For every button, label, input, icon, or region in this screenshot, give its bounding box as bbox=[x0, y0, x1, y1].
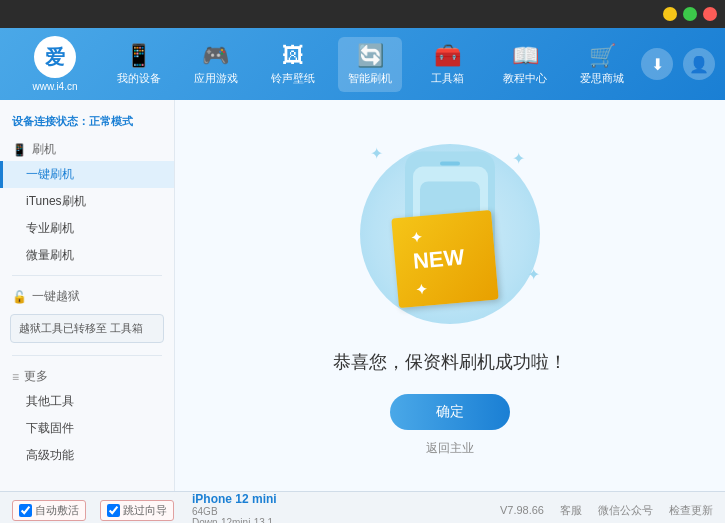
jailbreak-notice-box: 越狱工具已转移至 工具箱 bbox=[10, 314, 164, 343]
auto-activate-checkbox[interactable]: 自动敷活 bbox=[12, 500, 86, 521]
more-section-label: 更多 bbox=[24, 368, 48, 385]
skip-wizard-label: 跳过向导 bbox=[123, 503, 167, 518]
nav-icon-apps: 🎮 bbox=[202, 43, 229, 69]
account-button[interactable]: 👤 bbox=[683, 48, 715, 80]
status-label: 设备连接状态： bbox=[12, 115, 89, 127]
sidebar-item-advanced[interactable]: 高级功能 bbox=[0, 442, 174, 469]
sidebar-item-other-tools[interactable]: 其他工具 bbox=[0, 388, 174, 415]
minimize-button[interactable]: − bbox=[663, 7, 677, 21]
new-badge: NEW bbox=[391, 210, 498, 308]
nav-label-tutorials: 教程中心 bbox=[503, 71, 547, 86]
more-section-header: ≡ 更多 bbox=[0, 362, 174, 388]
sidebar-item-pro-flash[interactable]: 专业刷机 bbox=[0, 215, 174, 242]
nav-item-store[interactable]: 🛒 爱思商城 bbox=[570, 37, 634, 92]
sparkle-icon-1: ✦ bbox=[370, 144, 383, 163]
nav-items: 📱 我的设备 🎮 应用游戏 🖼 铃声壁纸 🔄 智能刷机 🧰 工具箱 📖 教程中心… bbox=[100, 37, 641, 92]
flash-section-label: 刷机 bbox=[32, 141, 56, 158]
sidebar-divider-1 bbox=[12, 275, 162, 276]
check-update-button[interactable]: 检查更新 bbox=[669, 503, 713, 518]
nav-label-store: 爱思商城 bbox=[580, 71, 624, 86]
logo-icon[interactable]: 爱 bbox=[34, 36, 76, 78]
jailbreak-section-header: 🔓 一键越狱 bbox=[0, 282, 174, 308]
maximize-button[interactable]: □ bbox=[683, 7, 697, 21]
sidebar-status: 设备连接状态：正常模式 bbox=[0, 108, 174, 135]
device-info: iPhone 12 mini 64GB Down-12mini-13,1 bbox=[192, 492, 277, 523]
logo-text: 爱 bbox=[45, 44, 65, 71]
bottombar-top-row: 自动敷活 跳过向导 iPhone 12 mini 64GB Down-12min… bbox=[0, 492, 725, 523]
jailbreak-notice-text: 越狱工具已转移至 工具箱 bbox=[19, 322, 143, 334]
flash-section-icon: 📱 bbox=[12, 143, 27, 157]
nav-label-wallpaper: 铃声壁纸 bbox=[271, 71, 315, 86]
nav-label-apps: 应用游戏 bbox=[194, 71, 238, 86]
sidebar-item-itunes-flash[interactable]: iTunes刷机 bbox=[0, 188, 174, 215]
sparkle-icon-2: ✦ bbox=[512, 149, 525, 168]
confirm-button[interactable]: 确定 bbox=[390, 394, 510, 430]
titlebar: − □ × bbox=[0, 0, 725, 28]
version-label: V7.98.66 bbox=[500, 504, 544, 516]
jailbreak-section-label: 一键越狱 bbox=[32, 288, 80, 305]
nav-icon-my-device: 📱 bbox=[125, 43, 152, 69]
close-button[interactable]: × bbox=[703, 7, 717, 21]
phone-top-dot bbox=[440, 162, 460, 166]
logo-url: www.i4.cn bbox=[32, 81, 77, 92]
nav-item-toolbox[interactable]: 🧰 工具箱 bbox=[416, 37, 480, 92]
nav-label-smart-flash: 智能刷机 bbox=[348, 71, 392, 86]
sparkle-icon-3: ✦ bbox=[527, 265, 540, 284]
bottombar-left: 自动敷活 跳过向导 iPhone 12 mini 64GB Down-12min… bbox=[12, 492, 500, 523]
skip-wizard-input[interactable] bbox=[107, 504, 120, 517]
nav-icon-smart-flash: 🔄 bbox=[357, 43, 384, 69]
download-button[interactable]: ⬇ bbox=[641, 48, 673, 80]
sidebar-item-download-firmware[interactable]: 下载固件 bbox=[0, 415, 174, 442]
wechat-button[interactable]: 微信公众号 bbox=[598, 503, 653, 518]
nav-icon-wallpaper: 🖼 bbox=[282, 43, 304, 69]
nav-item-tutorials[interactable]: 📖 教程中心 bbox=[493, 37, 557, 92]
flash-section-header: 📱 刷机 bbox=[0, 135, 174, 161]
sidebar: 设备连接状态：正常模式 📱 刷机 一键刷机 iTunes刷机 专业刷机 微量刷机… bbox=[0, 100, 175, 491]
logo-area: 爱 www.i4.cn bbox=[10, 36, 100, 92]
nav-icon-toolbox: 🧰 bbox=[434, 43, 461, 69]
main-container: 设备连接状态：正常模式 📱 刷机 一键刷机 iTunes刷机 专业刷机 微量刷机… bbox=[0, 100, 725, 491]
sidebar-item-one-click-flash[interactable]: 一键刷机 bbox=[0, 161, 174, 188]
status-value: 正常模式 bbox=[89, 115, 133, 127]
auto-activate-label: 自动敷活 bbox=[35, 503, 79, 518]
return-link[interactable]: 返回主业 bbox=[426, 440, 474, 457]
nav-label-my-device: 我的设备 bbox=[117, 71, 161, 86]
support-button[interactable]: 客服 bbox=[560, 503, 582, 518]
nav-label-toolbox: 工具箱 bbox=[431, 71, 464, 86]
nav-right: ⬇ 👤 bbox=[641, 48, 715, 80]
nav-item-smart-flash[interactable]: 🔄 智能刷机 bbox=[338, 37, 402, 92]
device-name: iPhone 12 mini bbox=[192, 492, 277, 506]
nav-icon-tutorials: 📖 bbox=[512, 43, 539, 69]
sidebar-item-micro-flash[interactable]: 微量刷机 bbox=[0, 242, 174, 269]
bottombar: 自动敷活 跳过向导 iPhone 12 mini 64GB Down-12min… bbox=[0, 491, 725, 523]
success-message: 恭喜您，保资料刷机成功啦！ bbox=[333, 350, 567, 374]
nav-icon-store: 🛒 bbox=[589, 43, 616, 69]
nav-item-apps[interactable]: 🎮 应用游戏 bbox=[184, 37, 248, 92]
nav-item-my-device[interactable]: 📱 我的设备 bbox=[107, 37, 171, 92]
main-content: ✦ ✦ ✦ NEW 恭喜您，保资料刷机成功啦！ 确定 返回主业 bbox=[175, 100, 725, 491]
success-illustration: ✦ ✦ ✦ NEW bbox=[350, 134, 550, 334]
bottombar-right: V7.98.66 客服 微信公众号 检查更新 bbox=[500, 503, 713, 518]
auto-activate-input[interactable] bbox=[19, 504, 32, 517]
jailbreak-section-icon: 🔓 bbox=[12, 290, 27, 304]
nav-item-wallpaper[interactable]: 🖼 铃声壁纸 bbox=[261, 37, 325, 92]
sidebar-divider-2 bbox=[12, 355, 162, 356]
topnav: 爱 www.i4.cn 📱 我的设备 🎮 应用游戏 🖼 铃声壁纸 🔄 智能刷机 … bbox=[0, 28, 725, 100]
skip-wizard-checkbox[interactable]: 跳过向导 bbox=[100, 500, 174, 521]
